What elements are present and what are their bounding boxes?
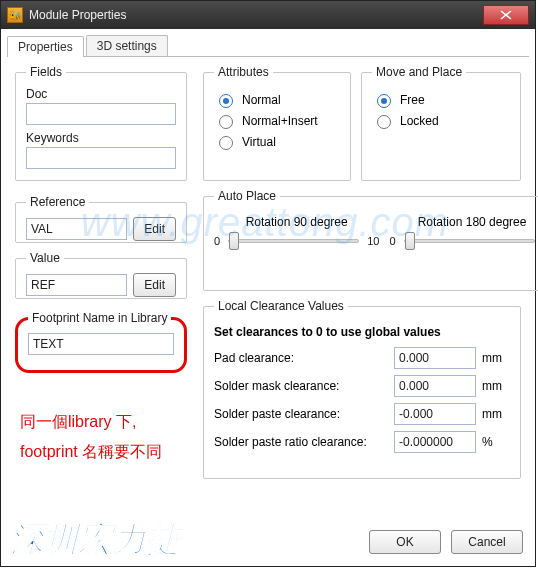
attr-virtual-radio[interactable] (219, 136, 233, 150)
titlebar: 🐝 Module Properties (1, 1, 535, 29)
reference-edit-button[interactable]: Edit (133, 217, 176, 241)
move-legend: Move and Place (372, 65, 466, 79)
pad-input[interactable] (394, 347, 476, 369)
group-local-clearance: Local Clearance Values Set clearances to… (203, 299, 521, 479)
footprint-input[interactable] (28, 333, 174, 355)
rot180-min: 0 (389, 235, 395, 247)
group-attributes: Attributes Normal Normal+Insert Virtual (203, 65, 351, 181)
mask-label: Solder mask clearance: (214, 379, 388, 393)
tabstrip: Properties 3D settings (7, 35, 529, 57)
rot180-col: Rotation 180 degree 0 10 (389, 215, 538, 247)
group-move: Move and Place Free Locked (361, 65, 521, 181)
move-free-radio[interactable] (377, 94, 391, 108)
ratio-unit: % (482, 435, 510, 449)
rot90-slider[interactable] (228, 239, 359, 243)
attr-legend: Attributes (214, 65, 273, 79)
keywords-label: Keywords (26, 131, 176, 145)
value-legend: Value (26, 251, 64, 265)
ratio-row: Solder paste ratio clearance: % (214, 431, 510, 453)
rot90-col: Rotation 90 degree 0 10 (214, 215, 379, 247)
value-edit-button[interactable]: Edit (133, 273, 176, 297)
lcl-head: Set clearances to 0 to use global values (214, 325, 510, 339)
fields-legend: Fields (26, 65, 66, 79)
tab-properties[interactable]: Properties (7, 36, 84, 57)
move-free-label: Free (400, 93, 425, 107)
move-locked-label: Locked (400, 114, 439, 128)
attr-virtual-row[interactable]: Virtual (214, 133, 340, 150)
ratio-input[interactable] (394, 431, 476, 453)
paste-row: Solder paste clearance: mm (214, 403, 510, 425)
keywords-input[interactable] (26, 147, 176, 169)
annotation-line1: 同一個library 下, (20, 412, 136, 433)
group-value: Value Edit (15, 251, 187, 299)
attr-normal-insert-label: Normal+Insert (242, 114, 318, 128)
auto-legend: Auto Place (214, 189, 280, 203)
ratio-label: Solder paste ratio clearance: (214, 435, 388, 449)
rot180-label: Rotation 180 degree (389, 215, 538, 229)
attr-normal-radio[interactable] (219, 94, 233, 108)
close-button[interactable] (483, 5, 529, 25)
brand-text: 深圳宏力捷 (10, 517, 180, 563)
move-locked-row[interactable]: Locked (372, 112, 510, 129)
attr-virtual-label: Virtual (242, 135, 276, 149)
pad-unit: mm (482, 351, 510, 365)
lcl-legend: Local Clearance Values (214, 299, 348, 313)
rot90-max: 10 (367, 235, 379, 247)
rot90-min: 0 (214, 235, 220, 247)
mask-row: Solder mask clearance: mm (214, 375, 510, 397)
attr-normal-label: Normal (242, 93, 281, 107)
tab-3d-settings[interactable]: 3D settings (86, 35, 168, 56)
group-reference: Reference Edit (15, 195, 187, 243)
mask-unit: mm (482, 379, 510, 393)
window-title: Module Properties (29, 8, 483, 22)
group-fields: Fields Doc Keywords (15, 65, 187, 181)
paste-unit: mm (482, 407, 510, 421)
doc-label: Doc (26, 87, 176, 101)
ok-button[interactable]: OK (369, 530, 441, 554)
annotation-line2: footprint 名稱要不同 (20, 442, 162, 463)
close-icon (500, 10, 512, 20)
cancel-button[interactable]: Cancel (451, 530, 523, 554)
attr-normal-insert-radio[interactable] (219, 115, 233, 129)
dialog-window: 🐝 Module Properties Properties 3D settin… (0, 0, 536, 567)
paste-input[interactable] (394, 403, 476, 425)
pad-row: Pad clearance: mm (214, 347, 510, 369)
mask-input[interactable] (394, 375, 476, 397)
group-footprint: Footprint Name in Library (15, 311, 187, 373)
group-auto-place: Auto Place Rotation 90 degree 0 10 Rotat… (203, 189, 538, 291)
reference-input[interactable] (26, 218, 127, 240)
paste-label: Solder paste clearance: (214, 407, 388, 421)
move-locked-radio[interactable] (377, 115, 391, 129)
rot90-label: Rotation 90 degree (214, 215, 379, 229)
move-free-row[interactable]: Free (372, 91, 510, 108)
doc-input[interactable] (26, 103, 176, 125)
pad-label: Pad clearance: (214, 351, 388, 365)
attr-normal-insert-row[interactable]: Normal+Insert (214, 112, 340, 129)
footer: OK Cancel (369, 530, 523, 554)
rot180-slider[interactable] (404, 239, 535, 243)
reference-legend: Reference (26, 195, 89, 209)
value-input[interactable] (26, 274, 127, 296)
app-icon: 🐝 (7, 7, 23, 23)
window-buttons (483, 5, 529, 25)
attr-normal-row[interactable]: Normal (214, 91, 340, 108)
footprint-legend: Footprint Name in Library (28, 311, 171, 325)
